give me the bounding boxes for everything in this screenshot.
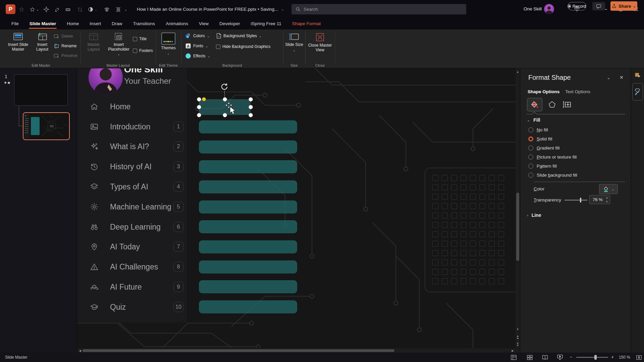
selected-layout-thumbnail[interactable] <box>23 112 70 140</box>
menu-bar-shape[interactable] <box>199 160 297 173</box>
shape-fill-dropdown-icon[interactable]: ⌄ <box>94 5 98 13</box>
scroll-left-icon[interactable]: ◀ <box>78 348 82 353</box>
selection-pane-icon[interactable] <box>633 71 642 80</box>
distribute-objects-icon[interactable] <box>114 5 122 13</box>
reading-view-icon[interactable] <box>541 354 549 360</box>
tab-draw[interactable]: Draw <box>106 19 128 29</box>
size-properties-tab-button[interactable] <box>559 98 575 111</box>
panel-collapse-icon[interactable]: ⌄ <box>607 75 610 80</box>
line-section-header[interactable]: ›Line <box>527 213 541 218</box>
fill-collapse-icon[interactable]: ⌄ <box>527 118 530 122</box>
transparency-spinner[interactable]: ▲▼ <box>606 196 608 204</box>
fonts-dropdown-icon[interactable]: ⌄ <box>205 44 208 48</box>
powerpoint-logo-icon[interactable]: P <box>6 4 15 14</box>
title-checkbox-box[interactable] <box>133 37 137 41</box>
zoom-slider[interactable] <box>576 357 608 358</box>
insert-layout-button[interactable]: Insert Layout <box>34 31 51 52</box>
delete-button[interactable]: Delete <box>54 32 73 40</box>
record-button[interactable]: Record <box>568 2 586 10</box>
tab-shape-format[interactable]: Shape Format <box>287 19 326 29</box>
status-view-label[interactable]: Slide Master <box>5 355 28 360</box>
background-styles-dropdown-icon[interactable]: ⌄ <box>259 34 262 38</box>
tab-developer[interactable]: Developer <box>214 19 246 29</box>
insert-placeholder-dropdown-icon[interactable]: ⌄ <box>117 52 120 56</box>
horizontal-scrollbar-thumb[interactable] <box>83 349 394 352</box>
master-layout-button[interactable]: Master Layout <box>83 31 104 52</box>
scroll-down-icon[interactable]: ▼ <box>516 326 520 332</box>
slideshow-view-icon[interactable] <box>555 354 564 360</box>
resize-handle[interactable] <box>197 97 201 102</box>
zoom-in-icon[interactable]: + <box>611 354 614 360</box>
favorites-dropdown-icon[interactable]: ⌄ <box>36 5 40 13</box>
menu-item-introduction[interactable]: Introduction1 <box>77 120 187 133</box>
radio-button[interactable] <box>528 136 533 141</box>
tab-shape-options[interactable]: Shape Options <box>528 89 559 94</box>
transparency-slider-thumb[interactable] <box>580 198 581 202</box>
shape-fill-icon[interactable] <box>87 5 95 13</box>
share-dropdown-icon[interactable]: ⌄ <box>633 4 636 8</box>
fill-option-gradient-fill[interactable]: Gradient fill <box>528 144 559 151</box>
tab-file[interactable]: File <box>6 19 24 29</box>
teacher-role-text[interactable]: Your Teacher <box>124 76 171 86</box>
colors-button[interactable]: Colors⌄ <box>185 32 210 40</box>
share-button[interactable]: Share⌄ <box>610 1 637 11</box>
hide-background-graphics-box[interactable] <box>216 45 220 49</box>
resize-handle[interactable] <box>249 105 253 109</box>
transparency-slider[interactable] <box>565 200 587 200</box>
adjust-handle[interactable] <box>202 97 206 101</box>
menu-item-ai-challenges[interactable]: AI Challenges8 <box>77 260 187 274</box>
account-name[interactable]: One Skill <box>524 6 542 11</box>
autosave-star-icon[interactable] <box>17 5 25 13</box>
fill-option-solid-fill[interactable]: Solid fill <box>528 135 552 142</box>
radio-button[interactable] <box>528 164 533 169</box>
tab-ispring-free-11[interactable]: iSpring Free 11 <box>246 19 287 29</box>
menu-bar-shape[interactable] <box>199 140 297 154</box>
menu-item-what-is-ai-[interactable]: What is AI?2 <box>77 140 187 153</box>
tab-view[interactable]: View <box>194 19 214 29</box>
resize-handle[interactable] <box>197 113 201 117</box>
themes-dropdown-icon[interactable]: ⌄ <box>167 51 170 56</box>
menu-item-home[interactable]: Home <box>77 100 187 113</box>
gridlines-icon[interactable] <box>64 5 72 13</box>
panel-close-icon[interactable]: ✕ <box>620 75 624 80</box>
search-input[interactable]: Search <box>291 4 466 14</box>
menu-bar-shape[interactable] <box>199 200 297 214</box>
radio-button[interactable] <box>528 173 533 178</box>
radio-button[interactable] <box>528 155 533 160</box>
resize-handle[interactable] <box>223 97 227 102</box>
menu-item-types-of-ai[interactable]: Types of AI4 <box>77 180 187 193</box>
resize-handle[interactable] <box>249 113 253 117</box>
background-styles-button[interactable]: Background Styles⌄ <box>216 32 262 40</box>
tab-slide-master[interactable]: Slide Master <box>24 19 62 29</box>
comments-button[interactable] <box>592 2 605 10</box>
fill-section-header[interactable]: ⌄Fill <box>527 117 540 123</box>
zoom-out-icon[interactable]: − <box>570 354 572 360</box>
scroll-right-icon[interactable]: ▶ <box>511 348 515 353</box>
radio-button[interactable] <box>528 145 533 150</box>
menu-bar-shape[interactable] <box>199 180 297 193</box>
vertical-scrollbar-thumb[interactable] <box>516 193 519 261</box>
menu-item-ai-today[interactable]: AI Today7 <box>77 240 187 253</box>
fill-color-button[interactable]: ⌄ <box>599 184 618 194</box>
effects-tab-button[interactable] <box>544 98 560 111</box>
menu-bar-shape[interactable] <box>199 260 297 274</box>
menu-bar-shape[interactable] <box>199 300 297 313</box>
menu-item-machine-learning[interactable]: Machine Learning5 <box>77 200 187 214</box>
line-expand-icon[interactable]: › <box>527 213 528 217</box>
slide-canvas[interactable]: One Skill Your Teacher HomeIntroduction1… <box>77 68 520 353</box>
fonts-button[interactable]: A Fonts⌄ <box>185 42 208 50</box>
slide-sorter-view-icon[interactable] <box>525 354 534 360</box>
slide-size-button[interactable]: Slide Size ⌄ <box>285 31 303 53</box>
zoom-level[interactable]: 150 % <box>619 355 630 360</box>
preserve-button[interactable]: Preserve <box>54 52 77 60</box>
menu-bar-shape[interactable] <box>199 220 297 233</box>
vertical-scrollbar[interactable]: ▲ ▼ ▲▲ ▼▼ <box>516 68 520 348</box>
zoom-slider-thumb[interactable] <box>594 355 597 360</box>
effects-button[interactable]: Effects⌄ <box>185 52 210 60</box>
title-checkbox[interactable]: Title <box>133 35 147 43</box>
master-slide-thumbnail[interactable] <box>14 74 68 106</box>
document-title[interactable]: How I Made an Online Course in PowerPoin… <box>137 0 284 18</box>
menu-bar-shape[interactable] <box>199 280 297 293</box>
title-dropdown-icon[interactable]: ⌄ <box>281 7 284 11</box>
teacher-name-text[interactable]: One Skill <box>124 68 163 75</box>
